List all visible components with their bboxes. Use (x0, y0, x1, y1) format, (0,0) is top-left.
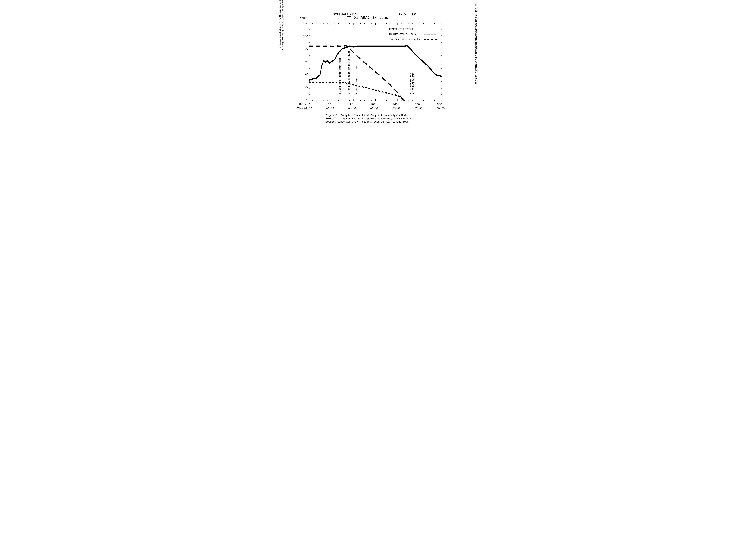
run-id: ST14/1009;X935 (333, 13, 356, 16)
y-tick: 120 (301, 22, 308, 25)
event-label: 04:24 MONO. FEED LINEAR PID-NO CHANGE (348, 51, 350, 94)
x-tick-time: 02:39 (304, 107, 312, 110)
caption-line: Figure 3. Example of Graphical Output fr… (326, 114, 409, 117)
x-tick: 180 (371, 103, 375, 106)
y-tick: 80 (301, 47, 308, 51)
legend-label: INITIATOR FEED 0 - 80 kg (389, 38, 424, 41)
y-tick: 0 (301, 98, 308, 101)
event-label: 04:44 AGITATOR TO 256rpm (356, 66, 358, 94)
legend-item: MONOMER FEED 0 - 80 kg (389, 32, 437, 37)
x-tick-labels-time: 02:39 03:39 04:39 05:39 06:39 07:39 08:3… (304, 107, 445, 110)
y-tick: 60 (301, 60, 308, 63)
event-label: 07:23 COOLING BACK (410, 73, 412, 94)
x-tick: 120 (348, 103, 353, 106)
legend: REACTOR TEMPERATURE MONOMER FEED 0 - 80 … (389, 27, 437, 42)
y-axis-label: degC (300, 17, 306, 20)
event-label: 07:29 BOTH JACKETS (412, 73, 414, 94)
series-reactor-temp (309, 46, 442, 80)
x-axis-label-mins: Mins: (299, 103, 307, 106)
event-label: 03:59 PID NO CHANGE START FEEDS (339, 58, 341, 94)
y-tick-labels: 0 20 40 60 80 100 120 (301, 22, 308, 101)
y-tick: 20 (301, 86, 308, 89)
x-tick-time: 08:39 (437, 107, 445, 110)
legend-item: INITIATOR FEED 0 - 80 kg (389, 37, 437, 42)
x-tick: 300 (415, 103, 420, 106)
x-tick-labels-mins: 0 60 120 180 240 300 360 (309, 103, 442, 106)
x-axis-label-time: Time (297, 107, 304, 110)
x-tick-time: 05:39 (370, 107, 378, 110)
x-tick-time: 07:39 (414, 107, 423, 110)
y-tick: 100 (301, 35, 308, 38)
chart-title: TT401 REAC BX temp (347, 16, 442, 20)
caption-line: coupled temperature controllers, both in… (326, 121, 410, 123)
page-number: 462 (474, 3, 477, 6)
x-tick: 360 (437, 103, 442, 106)
figure-caption: Figure 3. Example of Graphical Output fr… (326, 114, 420, 124)
run-date: 29 Oct 1987 (399, 13, 417, 16)
legend-item: REACTOR TEMPERATURE (389, 27, 437, 32)
x-tick-time: 06:39 (392, 107, 401, 110)
legend-label: MONOMER FEED 0 - 80 kg (389, 33, 424, 36)
x-tick-time: 03:39 (326, 107, 334, 110)
x-tick: 240 (393, 103, 398, 106)
legend-swatch-solid (424, 28, 437, 30)
citation-line: ACS Symposium Series; American Chemical … (282, 0, 284, 51)
x-tick: 0 (309, 103, 311, 106)
page: 462 COMPUTER APPLICATIONS IN APPLIED POL… (276, 0, 480, 136)
chart-header: ST14/1009;X935 29 Oct 1987 TT401 REAC BX… (309, 13, 442, 20)
legend-swatch-dashed (424, 33, 437, 35)
legend-swatch-dotted (424, 38, 437, 41)
legend-label: REACTOR TEMPERATURE (389, 28, 424, 30)
y-tick: 40 (301, 73, 308, 76)
citation-block: In Computer Applications in Applied Poly… (279, 0, 284, 57)
x-tick-time: 04:39 (348, 107, 356, 110)
citation-line: In Computer Applications in Applied Poly… (279, 0, 281, 48)
running-head: COMPUTER APPLICATIONS IN APPLIED POLYMER… (475, 8, 477, 84)
x-tick: 60 (328, 103, 331, 106)
caption-line: Reaction progress for water-jacketted re… (326, 117, 412, 120)
